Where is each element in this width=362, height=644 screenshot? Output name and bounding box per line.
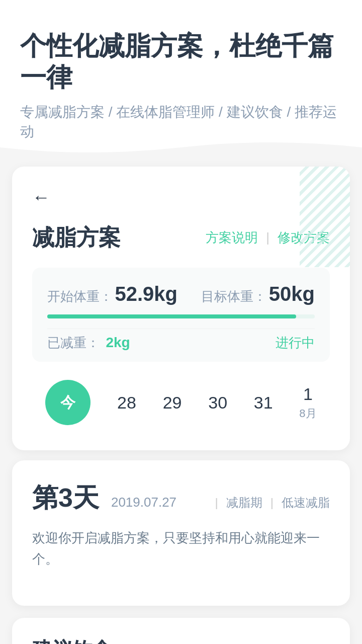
cal-day-31: 31 [254,393,273,413]
plan-card: ← 减脂方案 方案说明 | 修改方案 开始体重： 52.9kg 目标体重： 50… [12,167,350,450]
back-button[interactable]: ← [32,187,50,208]
calendar-day-31[interactable]: 31 [254,393,273,413]
day-tag-1: 减脂期 [226,495,262,511]
weight-target-value: 50kg [269,283,315,305]
cal-day-29: 29 [163,393,182,413]
calendar-row: 今 28 29 30 31 1 8月 [32,380,330,430]
weight-start-label: 开始体重： [47,289,113,304]
title-row: 减脂方案 方案说明 | 修改方案 [32,223,330,253]
day-tag-2: 低速减脂 [282,495,330,511]
weight-box: 开始体重： 52.9kg 目标体重： 50kg 已减重： 2kg 进行中 [32,268,330,362]
status-badge: 进行中 [276,334,315,352]
day-tags: | 减脂期 | 低速减脂 [215,495,330,511]
weight-start-value: 52.9kg [115,283,177,305]
cal-day-28: 28 [117,393,136,413]
lost-group: 已减重： 2kg [47,334,130,352]
weight-target-group: 目标体重： 50kg [201,283,315,305]
weight-bottom-row: 已减重： 2kg 进行中 [47,329,315,352]
day-date: 2019.07.27 [111,495,176,510]
calendar-day-30[interactable]: 30 [208,393,227,413]
diet-section: 建议饮食 早餐 午餐 加餐 晚餐 加餐 ↻ [12,618,350,644]
today-label: 今 [60,392,75,413]
explain-link[interactable]: 方案说明 [206,229,258,247]
progress-bar-bg [47,314,315,318]
diet-title: 建议饮食 [32,636,330,644]
cal-day-30: 30 [208,393,227,413]
calendar-day-1[interactable]: 1 8月 [299,384,316,421]
day-sep-2: | [270,496,274,510]
header-title: 个性化减脂方案，杜绝千篇一律 [20,30,342,93]
day-sep-1: | [215,496,218,510]
day-description: 欢迎你开启减脂方案，只要坚持和用心就能迎来一个。 [32,528,330,570]
calendar-day-29[interactable]: 29 [163,393,182,413]
cal-day-1: 1 [303,384,313,404]
cal-month-aug: 8月 [299,406,316,421]
day-number: 第3天 [32,480,99,516]
stripe-decoration [300,167,350,267]
weight-row: 开始体重： 52.9kg 目标体重： 50kg [47,283,315,305]
weight-start-group: 开始体重： 52.9kg [47,283,177,305]
plan-title: 减脂方案 [32,223,121,253]
progress-bar-fill [47,314,296,318]
header-wave [0,137,362,157]
lost-value: 2kg [106,335,130,350]
day-section: 第3天 2019.07.27 | 减脂期 | 低速减脂 欢迎你开启减脂方案，只要… [12,460,350,606]
weight-target-label: 目标体重： [201,289,266,304]
header-section: 个性化减脂方案，杜绝千篇一律 专属减脂方案 / 在线体脂管理师 / 建议饮食 /… [0,0,362,156]
header-subtitle: 专属减脂方案 / 在线体脂管理师 / 建议饮食 / 推荐运动 [20,102,342,141]
today-circle: 今 [45,380,90,425]
day-header: 第3天 2019.07.27 | 减脂期 | 低速减脂 [32,480,330,516]
calendar-today[interactable]: 今 [45,380,90,425]
action-divider: | [266,230,269,246]
calendar-day-28[interactable]: 28 [117,393,136,413]
lost-label: 已减重： [47,335,100,350]
